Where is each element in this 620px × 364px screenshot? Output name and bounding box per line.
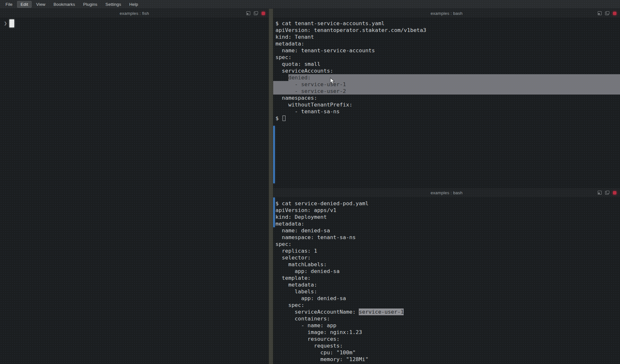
terminal-line: name: denied-sa [273,227,620,234]
menu-bar: FileEditViewBookmarksPluginsSettingsHelp [0,0,620,9]
pane-splitter[interactable] [269,9,273,364]
terminal-line: spec: [273,54,620,61]
terminal-line: apiVersion: apps/v1 [273,207,620,214]
terminal-line: app: denied-sa [273,268,620,275]
terminal-line: cpu: "100m" [273,349,620,356]
terminal-line: resources: [273,336,620,342]
terminal-line: serviceAccountName: service-user-1 [273,308,620,315]
menu-file[interactable]: File [2,1,16,8]
close-view-icon[interactable] [262,12,265,15]
terminal-pane-top-right[interactable]: examples : bash $ cat tenant-service-acc… [273,9,620,188]
terminal-line: $ cat tenant-service-accounts.yaml [273,20,620,27]
detach-view-icon[interactable] [254,11,258,15]
terminal-line: requests: [273,342,620,349]
terminal-line: metadata: [273,281,620,288]
terminal-line: memory: "128Mi" [273,356,620,363]
terminal-pane-left[interactable]: examples : fish ❯ [0,9,269,364]
menu-settings[interactable]: Settings [102,1,125,8]
terminal-line: replicas: 1 [273,248,620,254]
terminal-line: app: denied-sa [273,295,620,302]
pane-header-top-right: examples : bash [273,9,620,18]
terminal-line: labels: [273,288,620,295]
terminal-line: serviceAccounts: [273,67,620,74]
terminal-line: namespaces: [273,95,620,101]
top-terminal-output: $ cat tenant-service-accounts.yamlapiVer… [273,18,620,188]
pane-title: examples : fish [0,11,269,16]
terminal-pane-bottom-right[interactable]: examples : bash $ cat service-denied-pod… [273,188,620,364]
shell-prompt: ❯ [4,19,14,27]
terminal-line: quota: small [273,61,620,67]
menu-bookmarks[interactable]: Bookmarks [50,1,79,8]
terminal-line: name: tenant-service-accounts [273,47,620,54]
close-view-icon[interactable] [613,12,616,15]
terminal-cursor [283,116,285,121]
scroll-indicator[interactable] [273,126,275,183]
pane-title: examples : bash [273,11,620,16]
terminal-line: namespace: tenant-sa-ns [273,234,620,241]
terminal-line: spec: [273,241,620,248]
terminal-line: apiVersion: tenantoperator.stakater.com/… [273,27,620,34]
maximize-view-icon[interactable] [246,11,250,15]
terminal-line: $ cat service-denied-pod.yaml [273,200,620,207]
menu-help[interactable]: Help [126,1,142,8]
pane-title: examples : bash [273,190,620,195]
scroll-indicator[interactable] [273,197,275,227]
menu-plugins[interactable]: Plugins [80,1,101,8]
terminal-line: metadata: [273,40,620,47]
terminal-line: - name: app [273,322,620,329]
terminal-line: - service-user-2 [273,88,620,95]
menu-edit[interactable]: Edit [17,1,32,8]
menu-view[interactable]: View [33,1,49,8]
terminal-line: withoutTenantPrefix: [273,101,620,108]
bottom-terminal-output: $ cat service-denied-pod.yamlapiVersion:… [273,197,620,364]
detach-view-icon[interactable] [605,191,609,195]
terminal-cursor [9,19,14,27]
close-view-icon[interactable] [613,191,616,195]
terminal-line: spec: [273,302,620,308]
maximize-view-icon[interactable] [598,191,602,195]
terminal-line: - tenant-sa-ns [273,108,620,115]
terminal-line: containers: [273,315,620,322]
terminal-line: selector: [273,254,620,261]
mouse-pointer-icon [330,77,335,85]
terminal-line: - service-user-1 [273,81,620,88]
terminal-line: kind: Deployment [273,214,620,220]
highlighted-text: service-user-1 [359,308,404,315]
detach-view-icon[interactable] [605,11,609,15]
maximize-view-icon[interactable] [598,11,602,15]
terminal-line: denied: [273,74,620,81]
terminal-line: kind: Tenant [273,34,620,40]
terminal-line: image: nginx:1.23 [273,329,620,336]
terminal-line: metadata: [273,220,620,227]
terminal-line: $ [273,115,620,122]
pane-header-left: examples : fish [0,9,269,18]
terminal-line: matchLabels: [273,261,620,268]
terminal-line: template: [273,275,620,281]
prompt-char: ❯ [4,20,7,27]
pane-header-bottom-right: examples : bash [273,188,620,197]
